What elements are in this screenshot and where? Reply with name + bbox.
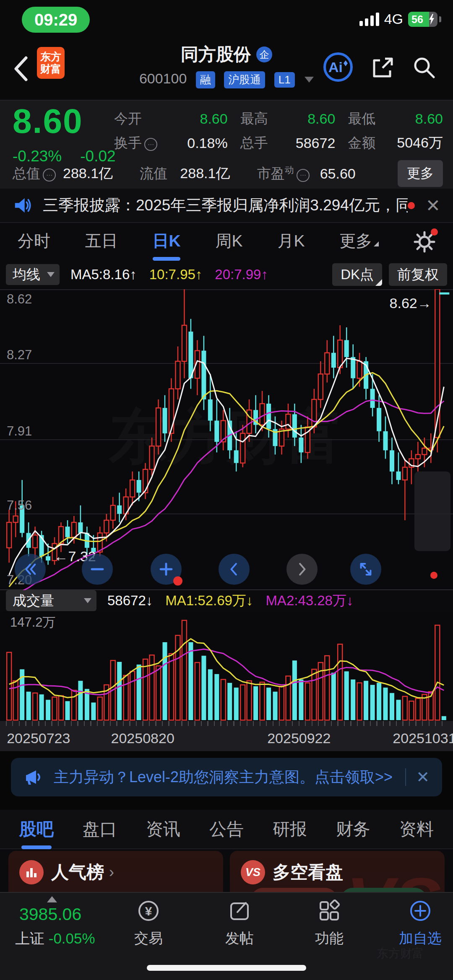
trade-icon: ¥ — [136, 899, 161, 923]
tab-profile[interactable]: 资料 — [399, 818, 434, 841]
pe-label[interactable]: 市盈动⋯ — [257, 164, 320, 183]
open-value: 8.60 — [160, 111, 228, 127]
volume-chart[interactable]: 147.2万 — [0, 611, 453, 721]
close-icon[interactable]: ✕ — [416, 768, 430, 786]
promo-banner[interactable]: 主力异动？Level-2助您洞察主力意图。点击领取>> ✕ — [11, 758, 442, 796]
battery-icon: 56 — [408, 12, 437, 27]
back-icon[interactable] — [9, 54, 33, 84]
fullscreen-button[interactable] — [350, 554, 381, 585]
tab-forum[interactable]: 股吧 — [19, 818, 54, 841]
candlestick-chart[interactable]: 东方财富←7.328.62→ 8.628.277.917.567.20 — [0, 289, 453, 590]
open-label: 今开 — [114, 109, 160, 128]
megaphone-icon — [23, 767, 44, 787]
zoom-in-button[interactable] — [151, 554, 182, 585]
tab-research[interactable]: 研报 — [273, 818, 307, 841]
low-value: 8.60 — [375, 111, 443, 127]
settings-gear-icon[interactable] — [414, 231, 435, 253]
quote-stats: 今开8.60 最高8.60 最低8.60 换手⋯0.18% 总手58672 金额… — [114, 106, 443, 155]
news-bar[interactable]: 三季报披露：2025年三季报归属净利润3.294亿元，同... ✕ — [0, 189, 453, 223]
nav-functions[interactable]: 功能 — [300, 899, 359, 948]
tab-news[interactable]: 资讯 — [146, 818, 180, 841]
price-tick-label: 7.56 — [7, 498, 32, 513]
chevron-right-icon[interactable]: › — [109, 863, 114, 881]
tab-monthly-k[interactable]: 月K — [277, 230, 305, 254]
margin-badge[interactable]: 融 — [196, 71, 215, 88]
zoom-out-button[interactable] — [82, 554, 113, 585]
status-bar: 09:29 4G 56 — [0, 0, 453, 40]
low-label: 最低 — [348, 109, 375, 128]
status-time-pill[interactable]: 09:29 — [22, 7, 90, 33]
enterprise-badge[interactable]: 企 — [256, 47, 272, 62]
index-value[interactable]: 3985.06 — [19, 905, 81, 924]
add-circle-icon — [408, 899, 432, 923]
svg-text:¥: ¥ — [145, 904, 152, 918]
battery-percent: 56 — [411, 13, 423, 26]
chevron-down-icon — [47, 272, 55, 277]
turnover-label[interactable]: 换手⋯ — [114, 134, 160, 153]
index-change[interactable]: 上证 -0.05% — [15, 929, 95, 949]
pan-left-button[interactable] — [219, 554, 250, 585]
nav-post[interactable]: 发帖 — [210, 899, 269, 948]
volume-svg[interactable] — [0, 611, 453, 721]
speaker-icon — [13, 196, 32, 215]
turnover-value: 0.18% — [160, 135, 228, 151]
tab-daily-k[interactable]: 日K — [153, 230, 181, 254]
expand-triangle-icon[interactable] — [47, 896, 57, 902]
volume-max-label: 147.2万 — [10, 614, 56, 631]
price-tick-label: 7.91 — [7, 424, 32, 439]
chevron-down-icon — [84, 598, 91, 603]
volume-value: 58672 — [268, 135, 336, 151]
ma-dropdown[interactable]: 均线 — [6, 264, 60, 285]
volume-toolbar: 成交量 58672↓ MA1:52.69万↓ MA2:43.28万↓ — [0, 590, 453, 611]
signal-icon — [359, 13, 379, 26]
tab-minute[interactable]: 分时 — [18, 230, 50, 254]
mcap-label[interactable]: 总值⋯ — [13, 164, 63, 183]
ma5-value: MA5:8.16↑ — [70, 267, 137, 283]
forward-adjust-button[interactable]: 前复权 — [389, 263, 447, 286]
date-axis: 20250723202508202025092220251031 — [0, 721, 453, 751]
ma20-value: 20:7.99↑ — [215, 267, 268, 283]
promo-text: 主力异动？Level-2助您洞察主力意图。点击领取>> — [54, 767, 398, 788]
ma10-value: 10:7.95↑ — [149, 267, 203, 283]
nav-add-watchlist[interactable]: 加自选 — [391, 899, 450, 948]
unread-dot — [408, 202, 415, 209]
nav-trade[interactable]: ¥ 交易 — [119, 899, 178, 948]
close-icon[interactable]: ✕ — [426, 195, 440, 216]
tab-financials[interactable]: 财务 — [336, 818, 370, 841]
page-watermark: 东方财富 — [377, 946, 424, 962]
eastmoney-logo: 东方财富 — [37, 47, 65, 79]
price-tick-label: 8.62 — [7, 292, 32, 307]
home-indicator[interactable] — [147, 965, 306, 971]
ai-assistant-button[interactable]: Ai — [322, 51, 354, 83]
stock-title: 同方股份 — [181, 43, 251, 66]
svg-text:8.62→: 8.62→ — [390, 295, 432, 311]
share-icon[interactable] — [371, 55, 395, 80]
post-icon — [227, 899, 252, 923]
volume-dropdown[interactable]: 成交量 — [6, 590, 96, 611]
rewind-button[interactable] — [15, 554, 46, 585]
date-tick-label: 20250820 — [111, 730, 174, 747]
tab-order-book[interactable]: 盘口 — [83, 818, 117, 841]
section-tab-bar: 股吧 盘口 资讯 公告 研报 财务 资料 — [0, 810, 453, 849]
tab-more[interactable]: 更多 — [339, 230, 379, 254]
amount-value: 5046万 — [375, 133, 443, 153]
tab-5day[interactable]: 五日 — [85, 230, 118, 254]
tab-weekly-k[interactable]: 周K — [216, 230, 243, 254]
hk-connect-badge[interactable]: 沪股通 — [224, 71, 265, 88]
notification-dot — [173, 576, 182, 586]
period-tab-bar: 分时 五日 日K 周K 月K 更多 — [0, 223, 453, 261]
candlestick-svg[interactable]: 东方财富←7.328.62→ — [0, 289, 453, 590]
tab-announcements[interactable]: 公告 — [209, 818, 244, 841]
l1-badge[interactable]: L1 — [274, 72, 295, 88]
dk-point-button[interactable]: DK点 — [332, 263, 382, 286]
quote-panel: 8.60 -0.23%-0.02 今开8.60 最高8.60 最低8.60 换手… — [0, 101, 453, 189]
charging-bolt-icon — [428, 14, 435, 25]
chevron-down-icon[interactable] — [305, 77, 314, 83]
pan-right-button[interactable] — [286, 554, 318, 585]
search-icon[interactable] — [412, 55, 436, 80]
vs-icon: VS — [241, 860, 265, 884]
float-label: 流值 — [140, 164, 180, 183]
more-button[interactable]: 更多 — [398, 160, 443, 187]
mcap-value: 288.1亿 — [63, 164, 140, 183]
divider — [405, 768, 406, 786]
